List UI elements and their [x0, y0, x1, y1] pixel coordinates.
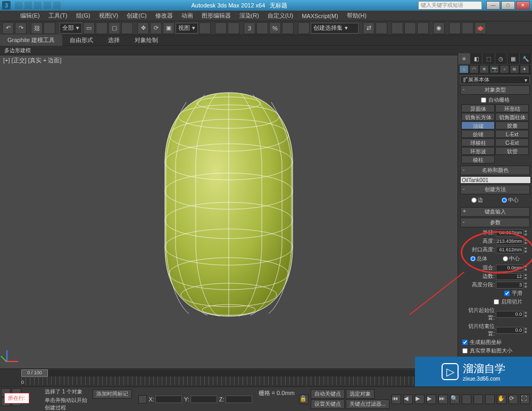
spinner-down-icon[interactable]: ▾ — [523, 233, 528, 236]
centers-radio[interactable]: 中心 — [503, 255, 520, 262]
curve-editor-icon[interactable] — [404, 22, 416, 34]
slice-from-spinner[interactable] — [496, 311, 523, 318]
utilities-tab-icon[interactable]: 🔧 — [520, 53, 532, 64]
method-edge-radio[interactable]: 边 — [471, 196, 483, 204]
geometry-icon[interactable]: ○ — [459, 65, 469, 73]
percent-snap-icon[interactable]: % — [269, 22, 281, 34]
rollout-header[interactable]: -创建方法 — [460, 185, 530, 194]
angle-snap-icon[interactable] — [256, 22, 268, 34]
goto-start-icon[interactable]: ⏮ — [392, 394, 401, 404]
qat-new-icon[interactable] — [15, 2, 22, 9]
hedra-button[interactable]: 异面体 — [461, 104, 495, 112]
scale-icon[interactable]: ▣ — [163, 22, 174, 34]
next-frame-icon[interactable]: ▶ — [427, 394, 436, 404]
object-name-input[interactable] — [460, 176, 531, 184]
menu-customize[interactable]: 自定义(U) — [263, 11, 297, 21]
fov-icon[interactable] — [485, 394, 495, 404]
method-center-radio[interactable]: 中心 — [502, 196, 519, 204]
move-icon[interactable]: ✥ — [137, 22, 149, 34]
add-time-tag-button[interactable]: 添加时间标记 — [93, 389, 132, 399]
min-max-viewport-icon[interactable]: ⛶ — [520, 394, 530, 404]
prev-frame-icon[interactable]: ◀ — [403, 394, 413, 404]
render-setup-icon[interactable] — [449, 22, 461, 34]
mirror-icon[interactable]: ⇄ — [363, 22, 375, 34]
use-center-icon[interactable] — [199, 22, 211, 34]
smooth-checkbox[interactable] — [504, 291, 510, 296]
window-crossing-icon[interactable] — [121, 22, 133, 34]
lights-icon[interactable]: ☀ — [479, 65, 489, 73]
spinner-down-icon[interactable]: ▾ — [523, 276, 528, 280]
spinner-down-icon[interactable]: ▾ — [523, 250, 528, 253]
ribbon-tab-object-paint[interactable]: 对象绘制 — [127, 35, 165, 46]
sides-spinner[interactable] — [496, 273, 523, 280]
time-slider-thumb[interactable]: 0 / 100 — [21, 369, 48, 377]
motion-tab-icon[interactable]: ◷ — [495, 53, 508, 64]
spinner-snap-icon[interactable] — [282, 22, 294, 34]
pan-icon[interactable]: ✋ — [497, 394, 506, 404]
hose-button[interactable]: 软管 — [495, 147, 529, 155]
viewport-view-type[interactable]: 正交 — [13, 57, 25, 63]
ribbon-panel-label[interactable]: 多边形建模 — [0, 46, 532, 55]
systems-icon[interactable]: ✦ — [520, 65, 529, 73]
shapes-icon[interactable]: ◠ — [469, 65, 479, 73]
schematic-view-icon[interactable] — [417, 22, 429, 34]
chamfercyl-button[interactable]: 切角圆柱体 — [495, 113, 529, 121]
menu-maxscript[interactable]: MAXScript(M) — [297, 12, 342, 20]
maximize-button[interactable]: □ — [501, 1, 515, 10]
rollout-header[interactable]: -名称和颜色 — [460, 166, 530, 175]
oiltank-object[interactable] — [149, 87, 309, 322]
spinner-down-icon[interactable]: ▾ — [523, 241, 528, 245]
viewport-shading[interactable]: 真实 — [30, 57, 41, 63]
slice-on-checkbox[interactable] — [494, 299, 499, 305]
x-input[interactable] — [155, 396, 182, 403]
spinner-down-icon[interactable]: ▾ — [523, 268, 528, 272]
link-icon[interactable]: ⛓ — [31, 22, 43, 34]
capsule-button[interactable]: 胶囊 — [495, 121, 529, 129]
rollout-header[interactable]: -对象类型 — [460, 85, 530, 95]
auto-key-button[interactable]: 自动关键点 — [311, 389, 345, 399]
layers-icon[interactable] — [392, 22, 403, 34]
blend-spinner[interactable] — [496, 265, 523, 272]
minimize-button[interactable]: — — [486, 1, 500, 10]
gen-mapping-checkbox[interactable] — [462, 340, 468, 345]
ref-coord-dropdown[interactable]: 视图▾ — [176, 23, 198, 34]
category-dropdown[interactable]: 扩展基本体▾ — [460, 76, 530, 84]
unlink-icon[interactable] — [44, 22, 55, 34]
rollout-header[interactable]: +键盘输入 — [460, 207, 530, 217]
redo-icon[interactable]: ↷ — [15, 22, 27, 34]
manipulate-icon[interactable] — [215, 22, 227, 34]
qat-save-icon[interactable] — [34, 2, 41, 9]
spinner-down-icon[interactable]: ▾ — [523, 314, 528, 318]
align-icon[interactable] — [376, 22, 387, 34]
undo-icon[interactable]: ↶ — [2, 22, 14, 34]
cext-button[interactable]: C-Ext — [495, 138, 529, 146]
named-selection-dropdown[interactable]: 创建选择集▾ — [311, 23, 359, 34]
create-tab-icon[interactable]: ✳ — [458, 53, 470, 64]
menu-views[interactable]: 视图(V) — [95, 11, 123, 21]
rollout-header[interactable]: -参数 — [460, 218, 530, 227]
gengon-button[interactable]: 球棱柱 — [461, 138, 495, 146]
lext-button[interactable]: L-Ext — [495, 130, 529, 138]
qat-open-icon[interactable] — [24, 2, 32, 9]
zoom-all-icon[interactable] — [462, 394, 471, 404]
select-region-icon[interactable]: ▢ — [109, 22, 120, 34]
ribbon-tab-freeform[interactable]: 自由形式 — [62, 35, 101, 46]
select-by-name-icon[interactable] — [96, 22, 107, 34]
chamferbox-button[interactable]: 切角长方体 — [461, 113, 495, 121]
cameras-icon[interactable]: 📷 — [489, 65, 499, 73]
menu-tools[interactable]: 工具(T) — [44, 11, 72, 21]
app-logo-icon[interactable]: 3 — [2, 1, 11, 10]
overall-radio[interactable]: 总体 — [470, 255, 487, 262]
menu-edit[interactable]: 编辑(E) — [16, 11, 44, 21]
help-search-input[interactable]: 键入关键字或短语 — [418, 1, 482, 10]
set-key-button[interactable]: 设置关键点 — [311, 399, 345, 409]
menu-create[interactable]: 创建(C) — [122, 11, 151, 21]
selection-filter-dropdown[interactable]: 全部▾ — [60, 23, 82, 34]
render-production-icon[interactable]: 🫖 — [475, 22, 486, 34]
viewport-menu-plus[interactable]: [+] — [3, 57, 10, 63]
close-button[interactable]: ✕ — [516, 1, 530, 10]
viewport[interactable]: [+] [正交] [真实 + 边面] — [0, 55, 458, 368]
height-segs-spinner[interactable] — [496, 282, 523, 289]
material-editor-icon[interactable]: ◉ — [433, 22, 445, 34]
spinner-down-icon[interactable]: ▾ — [523, 330, 528, 334]
